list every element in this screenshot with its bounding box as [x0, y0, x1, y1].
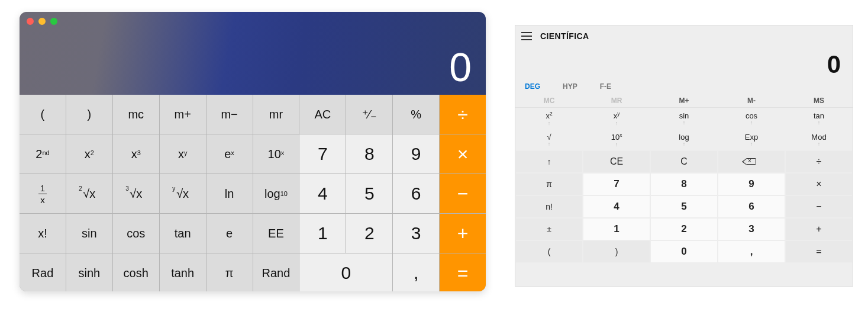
mac-multiply-button[interactable]: × [440, 134, 486, 174]
mac-rad-button[interactable]: Rad [20, 253, 66, 291]
win-digit-2-button[interactable]: 2 [650, 218, 718, 240]
memory-mminus-button[interactable]: M- [718, 97, 785, 105]
win-decimal-button[interactable]: , [718, 240, 785, 263]
mode-deg-button[interactable]: DEG [525, 82, 540, 91]
mac-add-button[interactable]: + [440, 214, 486, 253]
mac-tan-button[interactable]: tan [160, 214, 206, 253]
mac-nthroot-button[interactable]: y√x [160, 174, 206, 213]
win-sqrt-button[interactable]: √↑ [515, 129, 583, 150]
win-pi-button[interactable]: π [515, 173, 583, 195]
win-digit-4-button[interactable]: 4 [583, 195, 650, 218]
win-keypad: ↑CEC×÷π789×n!456−±123+()0,= [515, 150, 853, 263]
maximize-icon[interactable] [50, 18, 57, 25]
memory-mr-button: MR [583, 97, 650, 105]
mac-memory-add-button[interactable]: m+ [160, 95, 206, 134]
mac-memory-sub-button[interactable]: m− [206, 95, 253, 134]
mac-percent-button[interactable]: % [393, 95, 439, 134]
win-subtract-button[interactable]: − [785, 195, 853, 218]
mac-second-button[interactable]: 2nd [20, 134, 66, 174]
win-digit-1-button[interactable]: 1 [583, 218, 650, 240]
mac-paren-close-button[interactable]: ) [66, 95, 112, 134]
mac-equals-button[interactable]: = [440, 253, 486, 291]
win-power-button[interactable]: xy↑ [583, 108, 650, 129]
mac-memory-recall-button[interactable]: mr [253, 95, 299, 134]
win-mod-button[interactable]: Mod↑ [785, 129, 853, 150]
mac-paren-open-button[interactable]: ( [20, 95, 66, 134]
mac-display: 0 [20, 12, 486, 95]
win-ce-button[interactable]: CE [583, 150, 650, 173]
mac-cube-button[interactable]: x3 [113, 134, 159, 174]
win-digit-5-button[interactable]: 5 [650, 195, 718, 218]
win-cos-button[interactable]: cos↑ [718, 108, 785, 129]
mac-digit-3-button[interactable]: 3 [393, 214, 439, 253]
win-digit-7-button[interactable]: 7 [583, 173, 650, 195]
mac-reciprocal-button[interactable]: 1x [20, 174, 66, 213]
mac-ln-button[interactable]: ln [206, 174, 253, 213]
win-ten-power-button[interactable]: 10x↑ [583, 129, 650, 150]
win-c-button[interactable]: C [650, 150, 718, 173]
win-backspace-button[interactable]: × [718, 150, 785, 173]
win-paren-close-button[interactable]: ) [583, 240, 650, 263]
mac-ten-power-button[interactable]: 10x [253, 134, 299, 174]
mac-divide-button[interactable]: ÷ [440, 95, 486, 134]
mac-power-button[interactable]: xy [160, 134, 206, 174]
mac-digit-2-button[interactable]: 2 [346, 214, 392, 253]
memory-mplus-button[interactable]: M+ [650, 97, 718, 105]
mac-digit-1-button[interactable]: 1 [299, 214, 346, 253]
minimize-icon[interactable] [38, 18, 46, 25]
win-digit-3-button[interactable]: 3 [718, 218, 785, 240]
mode-hyp-button[interactable]: HYP [563, 82, 577, 91]
win-digit-8-button[interactable]: 8 [650, 173, 718, 195]
mac-sqrt-button[interactable]: 2√x [66, 174, 112, 213]
mac-digit-7-button[interactable]: 7 [299, 134, 346, 174]
win-tan-button[interactable]: tan↑ [785, 108, 853, 129]
win-square-button[interactable]: x2↑ [515, 108, 583, 129]
mac-ee-button[interactable]: EE [253, 214, 299, 253]
memory-row: MCMRM+M-MS [515, 93, 853, 108]
mac-all-clear-button[interactable]: AC [299, 95, 346, 134]
win-factorial-button[interactable]: n! [515, 195, 583, 218]
mac-digit-0-button[interactable]: 0 [299, 253, 392, 291]
mac-square-button[interactable]: x2 [66, 134, 112, 174]
win-shift-button[interactable]: ↑ [515, 150, 583, 173]
mac-rand-button[interactable]: Rand [253, 253, 299, 291]
win-sin-button[interactable]: sin↑ [650, 108, 718, 129]
mac-cosh-button[interactable]: cosh [113, 253, 159, 291]
memory-ms-button[interactable]: MS [785, 97, 853, 105]
win-digit-9-button[interactable]: 9 [718, 173, 785, 195]
mac-memory-clear-button[interactable]: mc [113, 95, 159, 134]
mac-factorial-button[interactable]: x! [20, 214, 66, 253]
mac-exp-button[interactable]: ex [206, 134, 253, 174]
close-icon[interactable] [27, 18, 34, 25]
win-divide-button[interactable]: ÷ [785, 150, 853, 173]
win-exp-button[interactable]: Exp↑ [718, 129, 785, 150]
win-add-button[interactable]: + [785, 218, 853, 240]
win-log-button[interactable]: log↑ [650, 129, 718, 150]
memory-mc-button: MC [515, 97, 583, 105]
mac-sign-toggle-button[interactable]: ⁺∕₋ [346, 95, 392, 134]
mac-digit-5-button[interactable]: 5 [346, 174, 392, 213]
win-multiply-button[interactable]: × [785, 173, 853, 195]
win-digit-6-button[interactable]: 6 [718, 195, 785, 218]
win-equals-button[interactable]: = [785, 240, 853, 263]
mac-digit-6-button[interactable]: 6 [393, 174, 439, 213]
mac-sin-button[interactable]: sin [66, 214, 112, 253]
mac-digit-9-button[interactable]: 9 [393, 134, 439, 174]
mac-tanh-button[interactable]: tanh [160, 253, 206, 291]
mac-cbrt-button[interactable]: 3√x [113, 174, 159, 213]
mac-pi-button[interactable]: π [206, 253, 253, 291]
mac-cos-button[interactable]: cos [113, 214, 159, 253]
win-paren-open-button[interactable]: ( [515, 240, 583, 263]
win-sign-button[interactable]: ± [515, 218, 583, 240]
mode-f-e-button[interactable]: F-E [600, 82, 611, 91]
mac-sinh-button[interactable]: sinh [66, 253, 112, 291]
mac-e-const-button[interactable]: e [206, 214, 253, 253]
win-digit-0-button[interactable]: 0 [650, 240, 718, 263]
mac-subtract-button[interactable]: − [440, 174, 486, 213]
win-display-value: 0 [515, 47, 853, 80]
mac-log10-button[interactable]: log10 [253, 174, 299, 213]
mac-digit-4-button[interactable]: 4 [299, 174, 346, 213]
hamburger-icon[interactable] [521, 32, 532, 40]
mac-decimal-button[interactable]: , [393, 253, 439, 291]
mac-digit-8-button[interactable]: 8 [346, 134, 392, 174]
